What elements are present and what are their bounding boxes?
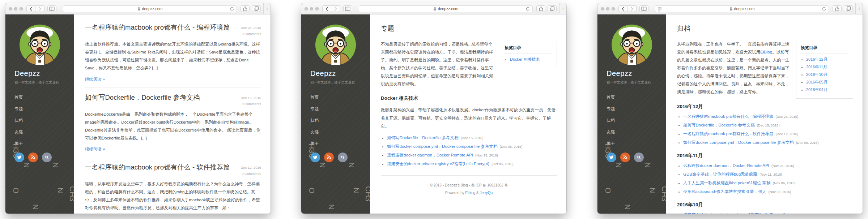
nav-item-about[interactable]: 关于 (14, 141, 74, 146)
toc-link[interactable]: 2016年12月 (806, 57, 827, 61)
post-link[interactable]: 一名程序猿的macbook pro都有什么 - 编程环境篇 (683, 114, 773, 119)
eiblog-link[interactable]: Eiblog (465, 191, 475, 195)
share-button[interactable] (536, 5, 545, 12)
forward-button[interactable] (331, 5, 340, 12)
jerryqu-link[interactable]: JerryQu (480, 191, 493, 195)
post-link[interactable]: 远程连接docker daemon，Docker Remote API (387, 153, 473, 157)
search-icon[interactable] (338, 153, 348, 162)
rss-icon[interactable] (324, 153, 334, 162)
minimize-button[interactable] (606, 7, 609, 10)
minimize-button[interactable] (310, 7, 313, 10)
nav-item-links[interactable]: 友链 (14, 129, 74, 135)
zoom-button[interactable] (612, 7, 615, 10)
reader-mode-icon[interactable] (658, 7, 662, 13)
toc-link[interactable]: 2016年05月 (806, 80, 827, 84)
address-bar[interactable]: deepzz.com (63, 5, 237, 12)
post-link[interactable]: 入手人生第一款机械键盘Ikbc poker61键位 茶轴 (683, 181, 771, 185)
article-comments[interactable]: 0 Comments (241, 171, 261, 177)
post-link[interactable]: 如何写Dockerfile，Dockerfile 参考文档 (387, 136, 458, 140)
article-comments[interactable]: 0 Comments (241, 101, 261, 107)
article-title[interactable]: 一名程序猿的macbook pro都有什么 - 软件推荐篇 (85, 163, 230, 172)
share-button[interactable] (833, 5, 842, 12)
avatar[interactable] (611, 24, 653, 66)
nav-item-archive[interactable]: 归档 (310, 118, 370, 123)
avatar[interactable] (19, 24, 61, 66)
forward-button[interactable] (35, 5, 44, 12)
forward-button[interactable] (627, 5, 637, 12)
tab-overview-button[interactable] (548, 5, 557, 12)
new-tab-button[interactable]: + (855, 3, 863, 14)
tab-overview-button[interactable] (844, 5, 853, 12)
eiblog-link[interactable]: EiBlog (760, 50, 772, 54)
new-tab-button[interactable]: + (559, 3, 566, 14)
close-button[interactable] (305, 7, 308, 10)
sidebar-toggle-button[interactable] (47, 5, 56, 12)
twitter-icon[interactable] (14, 153, 24, 162)
nav-item-links[interactable]: 友链 (310, 129, 370, 135)
tab-overview-button[interactable] (252, 5, 261, 12)
post-link[interactable]: 如何写docker-compose.yml，Docker compose fil… (387, 144, 497, 149)
toc-link[interactable]: 2016年10月 (806, 72, 827, 77)
toc-link[interactable]: 2016年11月 (806, 65, 827, 69)
sidebar-toggle-button[interactable] (343, 5, 352, 12)
page-footer: © 2016 - Deepzz's Blog - 蜀 ICP 备 1602136… (381, 175, 557, 197)
nav-item-home[interactable]: 首页 (607, 95, 666, 100)
address-bar[interactable]: deepzz.com (655, 5, 829, 12)
close-button[interactable] (9, 7, 12, 10)
sidebar-toggle-button[interactable] (639, 5, 648, 12)
read-more-link[interactable]: 继续阅读 » (85, 147, 105, 151)
back-button[interactable] (26, 5, 35, 12)
post-link[interactable]: 如何写docker-compose.yml，Docker compose fil… (683, 140, 793, 145)
article-title[interactable]: 一名程序猿的macbook pro都有什么 - 编程环境篇 (85, 23, 230, 32)
post-link[interactable]: 搭建安全的docker private registry v2指南(Let's … (387, 162, 489, 166)
post-link[interactable]: 搭建安全的docker private registry v2指南(Let's … (683, 212, 786, 214)
rss-icon[interactable] (28, 153, 38, 162)
nav-item-links[interactable]: 友链 (607, 129, 666, 135)
article-comments[interactable]: 0 Comments (241, 31, 261, 37)
refresh-button[interactable] (526, 7, 530, 12)
blog-tagline: 积一时之跬步，臻千里之遥程 (607, 80, 666, 85)
toc-item: 2016年10月 (806, 72, 848, 77)
nav-item-home[interactable]: 首页 (14, 95, 74, 100)
zoom-button[interactable] (20, 7, 23, 10)
post-link[interactable]: 如何写Dockerfile，Dockerfile 参考文档 (683, 123, 754, 127)
blog-title: Deepzz (310, 69, 370, 78)
close-button[interactable] (601, 7, 604, 10)
nav-item-about[interactable]: 关于 (310, 141, 370, 146)
back-button[interactable] (322, 5, 331, 12)
zoom-button[interactable] (315, 7, 319, 10)
nav-item-topics[interactable]: 专题 (310, 106, 370, 112)
minimize-button[interactable] (14, 7, 17, 10)
address-bar[interactable]: deepzz.com (359, 5, 533, 12)
toc-item: Docker 相关技术 (510, 57, 552, 62)
social-icons (310, 153, 370, 162)
post-link[interactable]: 一名程序猿的macbook pro都有什么 - 软件推荐篇 (683, 132, 773, 136)
post-date: (Oct 05, 2016) (788, 213, 810, 214)
toc-title: 预览目录 (505, 45, 552, 54)
nav-item-archive[interactable]: 归档 (607, 118, 666, 123)
nav-item-archive[interactable]: 归档 (14, 118, 74, 123)
toc-link[interactable]: Docker 相关技术 (510, 57, 540, 61)
refresh-button[interactable] (230, 7, 234, 12)
nav-item-about[interactable]: 关于 (607, 141, 666, 146)
back-button[interactable] (618, 5, 627, 12)
search-icon[interactable] (634, 153, 644, 162)
twitter-icon[interactable] (607, 153, 616, 162)
post-link[interactable]: 远程连接docker daemon，Docker Remote API (683, 163, 769, 168)
post-link[interactable]: 使用Elasticsearch作为本博客搜索引擎，强大 (683, 189, 766, 194)
share-button[interactable] (241, 5, 250, 12)
nav-item-topics[interactable]: 专题 (607, 106, 666, 112)
read-more-link[interactable]: 继续阅读 » (85, 77, 105, 81)
nav-item-topics[interactable]: 专题 (14, 106, 74, 112)
avatar[interactable] (315, 24, 357, 66)
search-icon[interactable] (42, 153, 52, 162)
rss-icon[interactable] (620, 153, 630, 162)
twitter-icon[interactable] (310, 153, 320, 162)
new-tab-button[interactable]: + (263, 3, 271, 14)
article-title[interactable]: 如何写Dockerfile，Dockerfile 参考文档 (85, 93, 200, 102)
toc-link[interactable]: 2016年04月 (806, 87, 827, 92)
post-link[interactable]: GDB命令基础，让你的程序bug无处躲藏 (683, 172, 757, 176)
nav-item-home[interactable]: 首页 (310, 95, 370, 100)
section-intro: 微服务架构的兴起，带动了容器化技术快速发展。docker作为微服务不可缺少的重要… (381, 106, 557, 130)
refresh-button[interactable] (822, 7, 826, 12)
